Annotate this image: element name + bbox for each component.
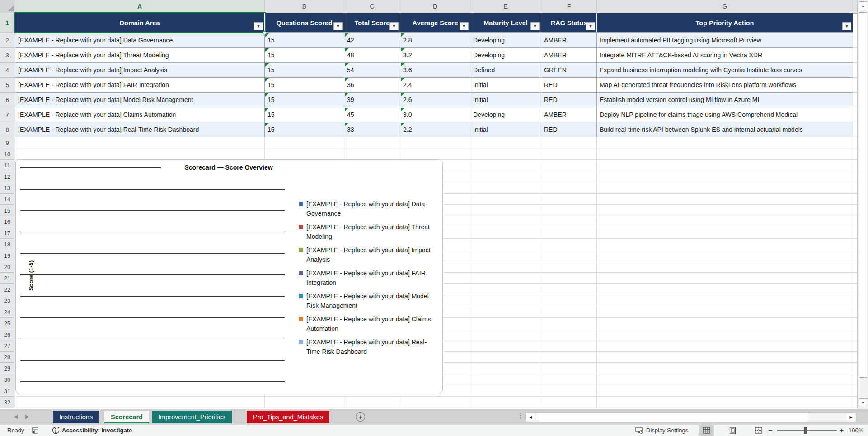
cell-C5[interactable]: 36 [344, 78, 400, 93]
cell-A8[interactable]: [EXAMPLE - Replace with your data] Real-… [15, 122, 265, 137]
cell-B7[interactable]: 15 [265, 107, 344, 122]
row-header-22[interactable]: 22 [0, 284, 14, 295]
row-header-10[interactable]: 10 [0, 148, 14, 160]
cell-C8[interactable]: 33 [344, 122, 400, 137]
row-header-14[interactable]: 14 [0, 194, 14, 205]
row-header-18[interactable]: 18 [0, 239, 14, 250]
cell-G8[interactable]: Build real-time risk API between Splunk … [597, 122, 853, 137]
column-header-G[interactable]: G [597, 0, 853, 13]
cell-D5[interactable]: 2.4 [400, 78, 470, 93]
cell-G7[interactable]: Deploy NLP pipeline for claims triage us… [597, 107, 853, 122]
filter-button[interactable]: ▾ [842, 22, 851, 30]
select-all-button[interactable] [0, 0, 15, 13]
scroll-left-button[interactable]: ◀ [526, 413, 535, 421]
view-normal-button[interactable] [699, 425, 714, 436]
cell-G6[interactable]: Establish model version control using ML… [597, 93, 853, 107]
macro-record-icon[interactable] [32, 425, 38, 436]
row-header-29[interactable]: 29 [0, 363, 14, 374]
row-header-28[interactable]: 28 [0, 352, 14, 363]
row-header-11[interactable]: 11 [0, 160, 14, 171]
cell-G2[interactable]: Implement automated PII tagging using Mi… [597, 33, 853, 48]
embedded-chart[interactable]: Scorecard — Score Overview Score (1-5) [… [15, 159, 443, 394]
cell-C2[interactable]: 42 [344, 33, 400, 48]
row-header-4[interactable]: 4 [0, 63, 14, 78]
filter-button[interactable]: ▾ [254, 22, 263, 30]
cell-F7[interactable]: AMBER [541, 107, 597, 122]
cell-C7[interactable]: 45 [344, 107, 400, 122]
cell-F5[interactable]: RED [541, 78, 597, 93]
cell-B5[interactable]: 15 [265, 78, 344, 93]
horizontal-scrollbar-thumb[interactable] [536, 413, 807, 421]
cell-F8[interactable]: RED [541, 122, 597, 137]
zoom-slider-track[interactable] [777, 430, 837, 431]
row-header-19[interactable]: 19 [0, 250, 14, 261]
row-header-2[interactable]: 2 [0, 33, 14, 48]
row-header-15[interactable]: 15 [0, 205, 14, 216]
filter-button[interactable]: ▾ [586, 22, 595, 30]
cell-B2[interactable]: 15 [265, 33, 344, 48]
row-header-3[interactable]: 3 [0, 48, 14, 63]
cell-A7[interactable]: [EXAMPLE - Replace with your data] Claim… [15, 107, 265, 122]
row-header-8[interactable]: 8 [0, 122, 14, 137]
cell-C6[interactable]: 39 [344, 93, 400, 107]
row-header-7[interactable]: 7 [0, 107, 14, 122]
scroll-right-button[interactable]: ▶ [847, 413, 855, 421]
cell-B3[interactable]: 15 [265, 48, 344, 63]
row-header-30[interactable]: 30 [0, 374, 14, 385]
tab-scroll-left-icon[interactable]: ◀ [14, 413, 18, 420]
row-header-25[interactable]: 25 [0, 318, 14, 329]
row-header-31[interactable]: 31 [0, 385, 14, 397]
column-header-E[interactable]: E [470, 0, 541, 13]
header-cell-5[interactable]: Maturity Level▾ [470, 13, 541, 33]
filter-button[interactable]: ▾ [333, 22, 343, 30]
row-header-24[interactable]: 24 [0, 306, 14, 318]
cell-G3[interactable]: Integrate MITRE ATT&CK-based AI scoring … [597, 48, 853, 63]
vertical-scrollbar[interactable]: ▲ ▼ [857, 0, 868, 409]
cell-A4[interactable]: [EXAMPLE - Replace with your data] Impac… [15, 63, 265, 78]
cell-A6[interactable]: [EXAMPLE - Replace with your data] Model… [15, 93, 265, 107]
header-cell-1[interactable]: Domain Area▾ [15, 13, 265, 33]
column-header-D[interactable]: D [400, 0, 470, 13]
cell-A5[interactable]: [EXAMPLE - Replace with your data] FAIR … [15, 78, 265, 93]
row-header-13[interactable]: 13 [0, 182, 14, 194]
header-cell-6[interactable]: RAG Status▾ [541, 13, 597, 33]
column-header-C[interactable]: C [344, 0, 400, 13]
row-header-9[interactable]: 9 [0, 137, 14, 148]
tab-scroll-right-icon[interactable]: ▶ [25, 413, 29, 420]
cell-E2[interactable]: Developing [470, 33, 541, 48]
cell-E5[interactable]: Initial [470, 78, 541, 93]
row-header-6[interactable]: 6 [0, 93, 14, 107]
cell-E3[interactable]: Developing [470, 48, 541, 63]
view-page-break-button[interactable] [751, 425, 766, 436]
zoom-slider-handle[interactable] [804, 427, 807, 434]
filter-button[interactable]: ▾ [389, 22, 399, 30]
cell-D3[interactable]: 3.2 [400, 48, 470, 63]
cell-D8[interactable]: 2.2 [400, 122, 470, 137]
cell-G5[interactable]: Map AI-generated threat frequencies into… [597, 78, 853, 93]
cell-A3[interactable]: [EXAMPLE - Replace with your data] Threa… [15, 48, 265, 63]
header-cell-7[interactable]: Top Priority Action▾ [597, 13, 853, 33]
scroll-up-button[interactable]: ▲ [859, 1, 867, 10]
cell-F3[interactable]: AMBER [541, 48, 597, 63]
cell-D6[interactable]: 2.6 [400, 93, 470, 107]
column-header-A[interactable]: A [15, 0, 265, 13]
display-settings-icon[interactable] [635, 425, 643, 436]
row-header-5[interactable]: 5 [0, 78, 14, 93]
cell-E6[interactable]: Initial [470, 93, 541, 107]
row-header-27[interactable]: 27 [0, 340, 14, 352]
row-header-21[interactable]: 21 [0, 273, 14, 284]
row-header-17[interactable]: 17 [0, 227, 14, 239]
cell-A2[interactable]: [EXAMPLE - Replace with your data] Data … [15, 33, 265, 48]
zoom-level-label[interactable]: 100% [849, 425, 863, 436]
display-settings-label[interactable]: Display Settings [646, 425, 688, 436]
accessibility-checker-icon[interactable] [52, 425, 60, 436]
accessibility-status-label[interactable]: Accessibility: Investigate [62, 425, 132, 436]
sheet-tab-instructions[interactable]: Instructions [53, 411, 99, 423]
tabstrip-resize-dots-icon[interactable]: ⋮ [517, 412, 524, 420]
vertical-scrollbar-thumb[interactable] [859, 12, 867, 378]
filter-button[interactable]: ▾ [460, 22, 469, 30]
column-header-F[interactable]: F [541, 0, 597, 13]
row-header-26[interactable]: 26 [0, 329, 14, 340]
header-cell-2[interactable]: Questions Scored▾ [265, 13, 344, 33]
header-cell-4[interactable]: Average Score▾ [400, 13, 470, 33]
